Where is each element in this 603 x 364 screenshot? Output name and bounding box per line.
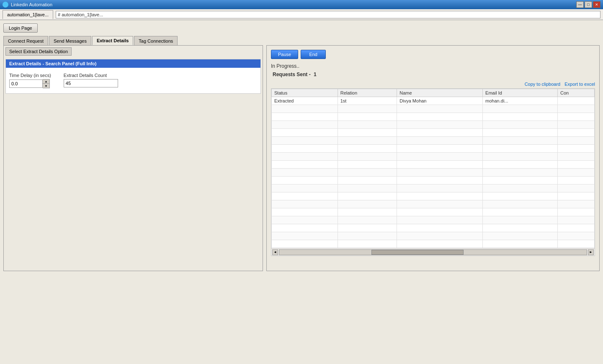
col-status: Status [272,89,338,97]
cell-empty [338,240,397,248]
cell-empty [272,200,338,208]
cell-empty [483,105,558,113]
table-row-empty [272,185,595,192]
cell-empty [397,113,483,121]
table-row-empty [272,137,595,145]
cell-empty [483,161,558,169]
cell-empty [397,185,483,192]
cell-empty [557,232,594,240]
cell-empty [272,145,338,153]
login-button[interactable]: Login Page [3,23,38,33]
cell-empty [483,129,558,137]
cell-empty [483,224,558,232]
extract-panel-title: Extract Details - Search Panel (Full Inf… [6,59,260,68]
cell-empty [557,169,594,177]
extract-panel: Extract Details - Search Panel (Full Inf… [5,59,261,94]
cell-empty [338,145,397,153]
table-row-empty [272,161,595,169]
cell-empty [483,208,558,216]
horizontal-scrollbar[interactable]: ◄ ► [271,248,595,256]
select-option-bar[interactable]: Select Extract Details Option [5,47,72,56]
tab-connect-request[interactable]: Connect Request [3,36,48,45]
cell-empty [272,224,338,232]
requests-sent-value: 1 [314,72,317,77]
cell-empty [397,216,483,224]
cell-empty [338,129,397,137]
cell-empty [338,105,397,113]
table-row-empty [272,121,595,129]
cell-email: mohan.di... [483,97,558,105]
cell-empty [557,129,594,137]
scroll-right-button[interactable]: ► [588,249,594,255]
cell-empty [483,200,558,208]
cell-empty [483,177,558,185]
table-row-empty [272,153,595,161]
left-panel: Select Extract Details Option Extract De… [3,45,263,271]
title-bar-left: Linkedin Automation [3,2,52,8]
scroll-left-button[interactable]: ◄ [272,249,278,255]
browser-tab[interactable]: automation_1[lave... [3,10,53,19]
cell-empty [483,192,558,200]
spinbox-container: ▲ ▼ [9,79,51,88]
cell-empty [557,153,594,161]
table-row-empty [272,192,595,200]
copy-clipboard-link[interactable]: Copy to clipboard [525,82,561,87]
cell-empty [397,192,483,200]
spinbox-up-button[interactable]: ▲ [43,79,49,84]
maximize-button[interactable]: □ [585,1,592,8]
export-excel-link[interactable]: Export to excel [564,82,595,87]
cell-empty [338,137,397,145]
cell-empty [272,216,338,224]
title-bar-controls: — □ ✕ [576,1,600,8]
app-title: Linkedin Automation [11,2,52,7]
cell-empty [557,121,594,129]
cell-empty [557,185,594,192]
pause-button[interactable]: Pause [271,50,298,59]
cell-status: Extracted [272,97,338,105]
tab-extract-details[interactable]: Extract Details [92,36,133,45]
cell-empty [272,240,338,248]
cell-empty [397,232,483,240]
url-bar[interactable] [56,11,600,18]
cell-empty [557,177,594,185]
col-name: Name [397,89,483,97]
tabs-container: Connect Request Send Messages Extract De… [3,36,600,45]
cell-empty [483,153,558,161]
cell-empty [483,232,558,240]
cell-empty [397,145,483,153]
cell-empty [338,113,397,121]
spinbox-down-button[interactable]: ▼ [43,84,49,88]
cell-empty [397,161,483,169]
time-delay-input[interactable] [9,79,43,88]
cell-empty [272,161,338,169]
cell-empty [338,121,397,129]
app-icon [3,2,8,8]
cell-empty [272,121,338,129]
table-row-empty [272,145,595,153]
cell-empty [397,240,483,248]
scroll-thumb [371,250,464,255]
cell-empty [483,121,558,129]
cell-empty [338,216,397,224]
table-row-empty [272,129,595,137]
cell-empty [338,200,397,208]
cell-empty [272,113,338,121]
extract-count-input[interactable] [64,79,118,87]
cell-empty [272,192,338,200]
scroll-track[interactable] [279,249,587,255]
cell-empty [338,232,397,240]
close-button[interactable]: ✕ [593,1,600,8]
table-row-empty [272,177,595,185]
col-con: Con [557,89,594,97]
tab-send-messages[interactable]: Send Messages [49,36,91,45]
cell-empty [397,129,483,137]
col-email: Email Id [483,89,558,97]
cell-empty [483,137,558,145]
cell-empty [483,169,558,177]
minimize-button[interactable]: — [576,1,584,8]
tab-tag-connections[interactable]: Tag Connections [134,36,178,45]
table-body: Extracted 1st Divya Mohan mohan.di... [272,97,595,248]
data-table: Status Relation Name Email Id Con Extrac… [271,89,595,248]
end-button[interactable]: End [301,50,326,59]
cell-empty [397,105,483,113]
